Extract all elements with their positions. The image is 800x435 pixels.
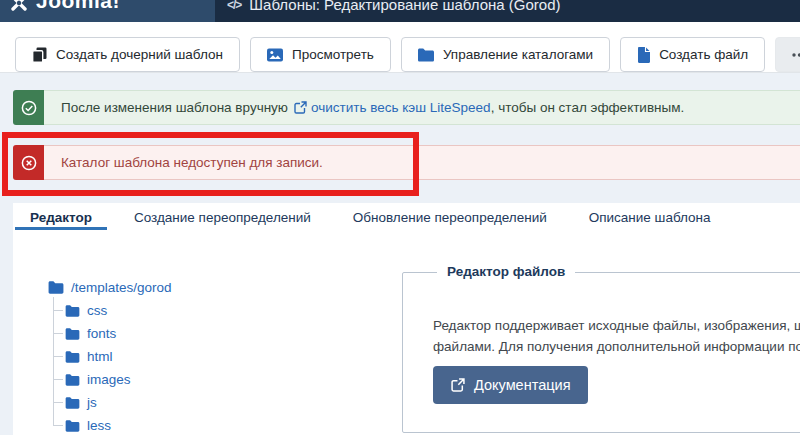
litespeed-cache-link[interactable]: очистить весь кэш LiteSpeed: [294, 100, 491, 115]
tab-update-overrides[interactable]: Обновление переопределений: [338, 203, 562, 230]
file-editor-description: Редактор поддерживает исходные файлы, из…: [433, 315, 800, 357]
folder-icon: [65, 305, 80, 317]
tree-item-js[interactable]: js: [48, 391, 172, 414]
external-link-icon: [451, 378, 465, 392]
file-icon: [637, 47, 650, 63]
toolbar: Создать дочерний шаблон Просмотреть Упра…: [0, 22, 800, 73]
page-title: Шаблоны: Редактирование шаблона (Gorod): [249, 0, 560, 13]
file-editor-legend: Редактор файлов: [437, 264, 575, 279]
error-text: Каталог шаблона недоступен для записи.: [61, 155, 323, 170]
tree-item-css[interactable]: css: [48, 299, 172, 322]
manage-folders-label: Управление каталогами: [443, 47, 593, 62]
tree-item-fonts[interactable]: fonts: [48, 322, 172, 345]
documentation-button[interactable]: Документация: [433, 366, 588, 404]
actions-button[interactable]: Действия: [775, 37, 800, 72]
tree-item-html[interactable]: html: [48, 345, 172, 368]
tab-create-overrides[interactable]: Создание переопределений: [119, 203, 326, 230]
copy-icon: [32, 47, 47, 63]
folder-icon: [418, 48, 434, 62]
tab-template-description[interactable]: Описание шаблона: [574, 203, 726, 230]
error-alert: Каталог шаблона недоступен для записи.: [13, 145, 800, 180]
tab-editor[interactable]: Редактор: [15, 203, 107, 230]
tree-item-label[interactable]: images: [87, 372, 131, 387]
success-text-before: После изменения шаблона вручную: [61, 100, 288, 115]
tree-item-label[interactable]: css: [87, 303, 107, 318]
joomla-logo-icon: [8, 0, 30, 14]
description-line-2: файлами. Для получения дополнительной ин…: [433, 336, 800, 357]
tree-item-images[interactable]: images: [48, 368, 172, 391]
tree-root[interactable]: /templates/gorod: [48, 276, 172, 299]
joomla-logo[interactable]: Joomla!: [0, 0, 215, 22]
success-alert-message: После изменения шаблона вручную очистить…: [44, 90, 800, 125]
x-circle-icon: [13, 145, 44, 180]
create-child-template-label: Создать дочерний шаблон: [56, 47, 223, 62]
folder-icon: [65, 328, 80, 340]
folder-icon: [65, 351, 80, 363]
external-link-icon: [294, 101, 307, 114]
preview-button[interactable]: Просмотреть: [250, 37, 391, 72]
success-text-after: , чтобы он стал эффективным.: [491, 100, 685, 115]
tree-root-label[interactable]: /templates/gorod: [71, 280, 172, 295]
file-editor-panel: Редактор файлов Редактор поддерживает ис…: [402, 272, 800, 433]
template-editor-card: Редактор Создание переопределений Обновл…: [13, 203, 800, 435]
header: Joomla! </> Шаблоны: Редактирование шабл…: [0, 0, 800, 22]
folder-icon: [65, 420, 80, 432]
ellipsis-icon: [792, 53, 800, 57]
create-child-template-button[interactable]: Создать дочерний шаблон: [15, 37, 240, 72]
tree-item-label[interactable]: html: [87, 349, 113, 364]
file-tree: /templates/gorod css fonts html images j…: [48, 276, 172, 435]
documentation-button-label: Документация: [474, 377, 570, 393]
create-file-button[interactable]: Создать файл: [620, 37, 765, 72]
error-alert-message: Каталог шаблона недоступен для записи.: [44, 145, 800, 180]
folder-icon: [65, 374, 80, 386]
code-icon: </>: [227, 0, 241, 12]
page-title-bar: </> Шаблоны: Редактирование шаблона (Gor…: [215, 0, 800, 22]
success-alert: После изменения шаблона вручную очистить…: [13, 90, 800, 125]
tree-item-label[interactable]: less: [87, 418, 111, 433]
manage-folders-button[interactable]: Управление каталогами: [401, 37, 610, 72]
folder-icon: [65, 397, 80, 409]
create-file-label: Создать файл: [659, 47, 748, 62]
litespeed-link-label: очистить весь кэш LiteSpeed: [311, 100, 491, 115]
image-icon: [267, 47, 283, 63]
tree-item-label[interactable]: js: [87, 395, 97, 410]
tree-item-label[interactable]: fonts: [87, 326, 116, 341]
description-line-1: Редактор поддерживает исходные файлы, из…: [433, 315, 800, 336]
check-circle-icon: [13, 90, 44, 125]
preview-label: Просмотреть: [292, 47, 374, 62]
tree-item-less[interactable]: less: [48, 414, 172, 435]
joomla-logo-text: Joomla!: [36, 0, 120, 13]
folder-icon: [48, 281, 64, 294]
joomla-admin-page: Joomla! </> Шаблоны: Редактирование шабл…: [0, 0, 800, 435]
tab-bar: Редактор Создание переопределений Обновл…: [13, 203, 800, 230]
